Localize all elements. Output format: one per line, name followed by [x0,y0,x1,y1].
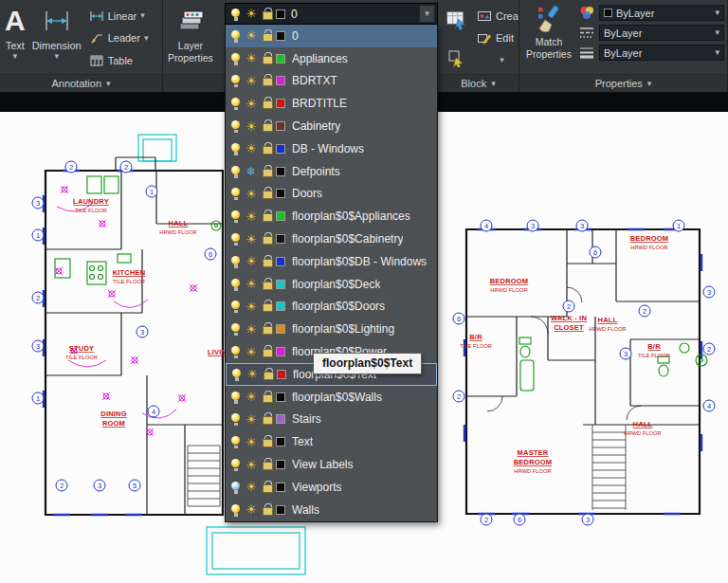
layer-on-icon[interactable] [230,300,241,313]
layer-color-swatch[interactable] [276,211,285,221]
layer-row[interactable]: ☀ floorplan$0$DB - Windows [226,250,437,273]
layer-on-icon[interactable] [230,97,241,110]
layer-color-swatch[interactable] [277,370,286,379]
layer-color-swatch[interactable] [276,437,285,446]
layer-combo[interactable]: ☀ 0 ▾ [225,3,438,25]
layer-color-swatch[interactable] [276,76,285,85]
layer-lock-icon[interactable] [262,300,272,313]
create-block-button[interactable]: Create [474,5,519,27]
layer-color-swatch[interactable] [276,234,285,244]
linetype-combo[interactable]: ByLayer ▾ [599,25,724,41]
layer-freeze-icon[interactable]: ☀ [245,98,258,110]
layer-row[interactable]: ☀ floorplan$0$Deck [226,273,437,296]
match-properties-button[interactable]: Match Properties [522,2,575,74]
layer-row[interactable]: ❄ Defpoints [226,160,437,183]
layer-color-swatch[interactable] [276,54,285,64]
layer-row[interactable]: ☀ DB - Windows [226,137,437,160]
layer-lock-icon[interactable] [262,481,272,494]
layer-color-swatch[interactable] [276,31,285,41]
layer-freeze-icon[interactable]: ☀ [245,436,258,448]
layer-row[interactable]: ☀ Viewports [226,476,437,499]
layer-freeze-icon[interactable]: ☀ [245,188,258,200]
layer-color-swatch[interactable] [276,167,285,176]
layer-row[interactable]: ☀ Walls [226,499,437,521]
layer-row[interactable]: ☀ floorplan$0$Cabinetry [226,228,437,250]
insert-block-button[interactable] [441,5,471,35]
layer-freeze-icon[interactable]: ☀ [245,233,258,246]
dimension-tool-button[interactable]: Dimension ▾ [30,2,83,74]
table-button[interactable]: Table [86,49,152,71]
layer-freeze-icon[interactable]: ☀ [245,391,258,403]
layer-color-swatch[interactable] [276,347,285,356]
layer-color-swatch[interactable] [276,99,285,108]
layer-row[interactable]: ☀ BDRTXT [226,70,437,93]
layer-color-swatch[interactable] [276,301,285,311]
layer-color-swatch[interactable] [276,324,285,334]
layer-freeze-icon[interactable]: ☀ [245,52,258,64]
layer-on-icon[interactable] [230,391,241,404]
layer-on-icon[interactable] [230,119,241,133]
layer-color-swatch[interactable] [276,483,285,492]
layer-freeze-icon[interactable]: ☀ [245,481,258,493]
layer-lock-icon[interactable] [262,119,272,133]
layer-on-icon[interactable] [230,458,241,471]
layer-lock-icon[interactable] [262,278,272,291]
layer-row[interactable]: ☀ BRDTITLE [226,92,437,115]
layer-lock-icon[interactable] [262,412,272,426]
leader-button[interactable]: Leader ▾ [86,27,152,49]
layer-color-swatch[interactable] [276,121,285,131]
layer-lock-icon[interactable] [262,142,272,155]
layer-lock-icon[interactable] [262,232,272,246]
layer-on-icon[interactable] [230,187,241,200]
layer-row[interactable]: ☀ floorplan$0$Appliances [226,205,437,228]
layer-freeze-icon[interactable]: ☀ [245,29,258,42]
layer-freeze-icon[interactable]: ☀ [245,413,258,426]
layer-color-swatch[interactable] [276,460,285,469]
layer-color-swatch[interactable] [276,257,285,266]
layer-on-icon[interactable] [231,368,242,381]
layer-lock-icon[interactable] [262,210,272,223]
layer-lock-icon[interactable] [262,458,272,471]
layer-row[interactable]: ☀ Appliances [226,47,437,70]
layer-on-icon[interactable] [230,278,241,291]
layer-freeze-icon[interactable]: ☀ [245,255,258,267]
object-color-combo[interactable]: ByLayer ▾ [599,5,724,21]
text-tool-button[interactable]: A Text ▾ [3,2,27,74]
layer-color-swatch[interactable] [276,189,285,198]
layer-on-icon[interactable] [230,165,241,178]
layer-color-swatch[interactable] [276,280,285,289]
lineweight-combo[interactable]: ByLayer ▾ [599,45,724,61]
layer-lock-icon[interactable] [262,74,272,87]
layer-row[interactable]: ☀ floorplan$0$Lighting [226,318,437,340]
layer-row[interactable]: ☀ Doors [226,183,437,206]
layer-freeze-icon[interactable]: ☀ [245,142,258,155]
layer-freeze-icon[interactable]: ❄ [245,166,258,177]
layer-row[interactable]: ☀ 0 [226,25,437,47]
layer-freeze-icon[interactable]: ☀ [245,323,258,336]
layer-freeze-icon[interactable]: ☀ [245,120,258,133]
layer-lock-icon[interactable] [262,435,272,448]
layer-freeze-icon[interactable]: ☀ [245,301,258,313]
layer-on-icon[interactable] [230,232,241,246]
layer-on-icon[interactable] [230,412,241,426]
layer-on-icon[interactable] [230,322,241,336]
layer-on-icon[interactable] [230,503,241,517]
edit-block-button[interactable]: Edit [474,27,519,49]
layer-lock-icon[interactable] [262,391,272,404]
layer-lock-icon[interactable] [262,29,272,43]
block-more-button[interactable]: ▾ [474,49,519,71]
properties-panel-label[interactable]: Properties ▾ [519,74,727,92]
layer-row[interactable]: ☀ floorplan$0$Doors [226,296,437,319]
linear-button[interactable]: Linear ▾ [86,5,152,27]
layer-row[interactable]: ☀ Stairs [226,409,437,431]
layer-freeze-icon[interactable]: ☀ [246,368,259,380]
layer-lock-icon[interactable] [262,503,272,517]
layer-color-swatch[interactable] [276,505,285,515]
layer-freeze-icon[interactable]: ☀ [245,346,258,358]
layer-lock-icon[interactable] [262,187,272,200]
layer-freeze-icon[interactable]: ☀ [245,459,258,471]
layer-color-swatch[interactable] [276,414,285,424]
layer-on-icon[interactable] [230,29,241,43]
block-panel-label[interactable]: Block ▾ [438,74,519,92]
layer-lock-icon[interactable] [262,97,272,110]
